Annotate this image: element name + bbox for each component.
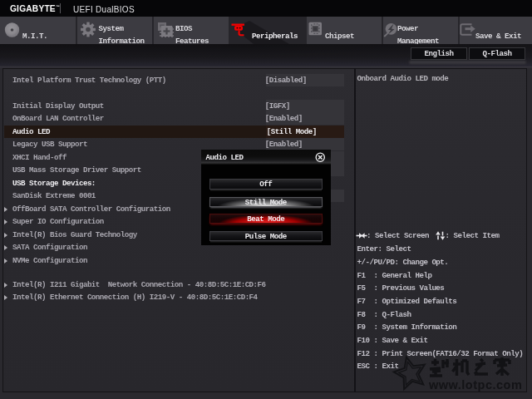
svg-text:www.lotpc.com: www.lotpc.com (428, 378, 522, 392)
